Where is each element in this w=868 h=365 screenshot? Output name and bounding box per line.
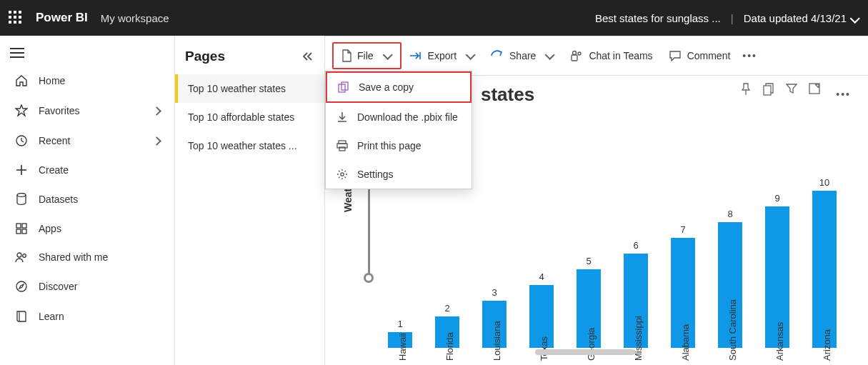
visual-more-icon[interactable]: ••• [832, 83, 855, 106]
bar-arkansas[interactable]: 9Arkansas [755, 193, 799, 348]
copy-visual-icon[interactable] [763, 83, 774, 106]
export-icon [409, 51, 422, 61]
bar-value-label: 7 [680, 224, 685, 235]
nav-item-recent[interactable]: Recent [0, 126, 174, 156]
report-toolbar: File Export Share Chat in Teams Comment [325, 36, 868, 76]
nav-label: Home [39, 75, 65, 86]
people-icon [14, 251, 29, 263]
nav-item-home[interactable]: Home [0, 66, 174, 96]
share-icon [491, 50, 504, 61]
navigation-rail: Home Favorites Recent Create Datasets Ap… [0, 36, 175, 365]
svg-point-13 [16, 281, 26, 291]
nav-label: Shared with me [39, 251, 108, 263]
svg-point-11 [17, 253, 21, 257]
chat-teams-button[interactable]: Chat in Teams [562, 44, 660, 67]
data-updated-dropdown[interactable]: Data updated 4/13/21 [744, 12, 859, 24]
menu-label: Print this page [357, 140, 421, 151]
bar-value-label: 1 [397, 319, 402, 329]
file-menu-button[interactable]: File [332, 42, 401, 69]
category-label: Hawaii [397, 333, 408, 361]
nav-label: Create [39, 164, 69, 176]
comment-button[interactable]: Comment [661, 44, 739, 67]
toolbar-more-button[interactable]: ••• [738, 44, 762, 67]
focus-mode-icon[interactable] [809, 83, 820, 106]
file-icon [341, 49, 351, 62]
app-launcher-icon[interactable] [9, 11, 23, 25]
home-icon [14, 74, 29, 87]
compass-icon [14, 280, 29, 293]
slicer-handle-bottom[interactable] [364, 273, 374, 283]
download-icon [336, 111, 349, 123]
bar-mississippi[interactable]: 6Mississippi [614, 240, 658, 348]
bar-arizona[interactable]: 10Arizona [802, 177, 847, 348]
file-dropdown-menu: Save a copy Download the .pbix file Prin… [325, 71, 472, 189]
chevron-down-icon [546, 53, 554, 59]
svg-point-6 [17, 194, 26, 197]
nav-item-shared[interactable]: Shared with me [0, 243, 174, 271]
pages-panel: Pages Top 10 weather states Top 10 affor… [175, 36, 325, 365]
bar-texas[interactable]: 4Texas [519, 271, 564, 348]
report-title-header[interactable]: Best states for sunglass ... [595, 12, 721, 24]
menu-save-copy[interactable]: Save a copy [326, 71, 472, 103]
nav-item-learn[interactable]: Learn [0, 301, 174, 331]
svg-rect-10 [22, 229, 26, 234]
collapse-pages-button[interactable] [301, 51, 314, 61]
category-label: Arkansas [774, 322, 785, 361]
bar-florida[interactable]: 2Florida [425, 303, 469, 348]
nav-item-favorites[interactable]: Favorites [0, 96, 174, 126]
page-tab-weather[interactable]: Top 10 weather states [175, 74, 324, 103]
category-label: Florida [444, 332, 455, 361]
svg-point-12 [23, 254, 26, 258]
save-copy-icon [337, 81, 350, 93]
workspace-label[interactable]: My workspace [101, 12, 169, 24]
page-tab-affordable[interactable]: Top 10 affordable states [175, 103, 324, 131]
nav-item-datasets[interactable]: Datasets [0, 184, 174, 214]
category-label: South Carolina [727, 299, 738, 361]
clock-icon [14, 134, 29, 147]
horizontal-scrollbar[interactable] [535, 349, 635, 355]
bar-value-label: 8 [727, 209, 732, 219]
bar-rect [812, 191, 837, 348]
page-tab-weather2[interactable]: Top 10 weather states ... [175, 131, 324, 160]
app-header: Power BI My workspace Best states for su… [0, 0, 868, 36]
pin-visual-icon[interactable] [740, 83, 752, 106]
chevron-right-icon [154, 138, 160, 144]
svg-rect-8 [22, 224, 26, 228]
gear-icon [336, 169, 349, 180]
svg-rect-7 [16, 224, 21, 228]
menu-download-pbix[interactable]: Download the .pbix file [326, 103, 472, 131]
chevron-down-icon [851, 16, 859, 22]
pages-title: Pages [185, 49, 225, 64]
bar-value-label: 2 [444, 303, 449, 314]
category-label: Alabama [680, 324, 691, 361]
nav-item-create[interactable]: Create [0, 156, 174, 184]
comment-icon [669, 50, 682, 61]
export-menu-button[interactable]: Export [401, 44, 483, 67]
bar-value-label: 10 [819, 177, 829, 188]
file-label: File [357, 50, 374, 61]
share-label: Share [509, 50, 536, 61]
chat-label: Chat in Teams [589, 50, 652, 61]
plus-icon [14, 164, 29, 176]
bar-alabama[interactable]: 7Alabama [661, 224, 705, 348]
bar-value-label: 4 [539, 271, 544, 282]
share-menu-button[interactable]: Share [483, 44, 562, 67]
svg-rect-26 [809, 84, 819, 94]
chevron-down-icon [467, 53, 475, 59]
bar-louisiana[interactable]: 3Louisiana [472, 287, 517, 348]
star-icon [14, 104, 29, 117]
nav-item-discover[interactable]: Discover [0, 271, 174, 301]
nav-label: Apps [39, 223, 61, 234]
bar-hawaii[interactable]: 1Hawaii [378, 319, 422, 348]
svg-point-16 [573, 51, 577, 55]
bar-value-label: 3 [492, 287, 497, 298]
bar-south-carolina[interactable]: 8South Carolina [708, 209, 752, 348]
menu-settings[interactable]: Settings [326, 160, 472, 189]
bar-georgia[interactable]: 5Georgia [567, 256, 611, 348]
filter-icon[interactable] [786, 83, 797, 106]
nav-collapse-button[interactable] [0, 40, 174, 66]
nav-item-apps[interactable]: Apps [0, 214, 174, 243]
brand-label: Power BI [36, 11, 88, 25]
menu-print[interactable]: Print this page [326, 131, 472, 160]
print-icon [336, 140, 349, 151]
